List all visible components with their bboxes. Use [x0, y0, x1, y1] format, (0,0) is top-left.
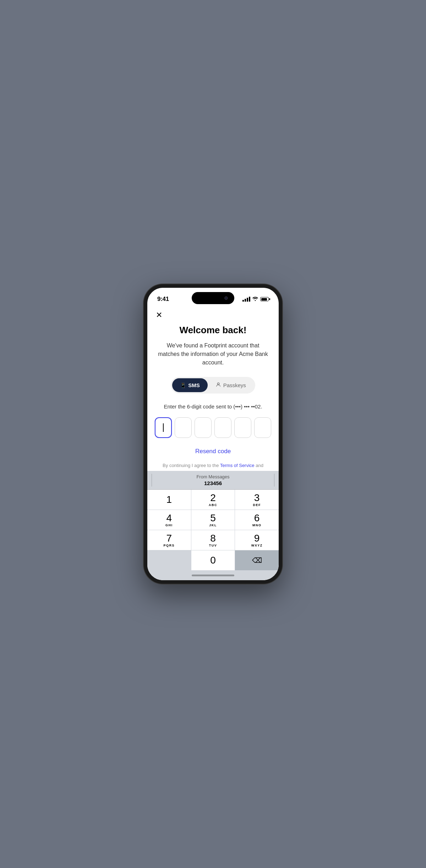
key-0-main: 0	[210, 555, 216, 565]
welcome-subtitle: We've found a Footprint account that mat…	[156, 341, 270, 367]
key-empty	[147, 550, 191, 570]
camera-dot	[224, 296, 228, 300]
svg-point-0	[217, 383, 219, 385]
key-1[interactable]: 1	[147, 490, 191, 510]
wifi-icon	[252, 296, 258, 302]
dynamic-island	[192, 292, 234, 304]
otp-cursor	[163, 423, 164, 432]
key-8-main: 8	[210, 533, 216, 543]
key-2-main: 2	[210, 493, 216, 503]
otp-box-2[interactable]	[195, 417, 212, 438]
key-5-sub: JKL	[209, 523, 217, 527]
passkeys-tab[interactable]: Passkeys	[208, 378, 254, 392]
autofill-code: 123456	[204, 480, 222, 486]
key-7-main: 7	[166, 533, 172, 543]
close-icon: ✕	[156, 311, 162, 319]
autofill-from-label: From Messages	[196, 474, 229, 479]
main-content: Welcome back! We've found a Footprint ac…	[147, 322, 279, 471]
terms-text-before: By continuing I agree to the	[163, 463, 220, 468]
otp-box-0[interactable]	[155, 417, 172, 438]
key-2[interactable]: 2 ABC	[191, 490, 235, 510]
home-indicator	[147, 570, 279, 580]
key-6[interactable]: 6 MNO	[235, 510, 279, 530]
welcome-title: Welcome back!	[180, 325, 247, 336]
otp-box-5[interactable]	[254, 417, 271, 438]
key-7-sub: PQRS	[164, 544, 175, 547]
key-8-sub: TUV	[209, 544, 217, 547]
autofill-suggestion[interactable]: From Messages 123456	[196, 474, 229, 486]
otp-box-3[interactable]	[214, 417, 231, 438]
key-6-main: 6	[254, 513, 260, 523]
key-4-sub: GHI	[165, 523, 173, 527]
status-time: 9:41	[157, 296, 169, 303]
otp-box-1[interactable]	[175, 417, 192, 438]
key-3-main: 3	[254, 493, 260, 503]
key-9-main: 9	[254, 533, 260, 543]
key-9[interactable]: 9 WXYZ	[235, 530, 279, 550]
key-3[interactable]: 3 DEF	[235, 490, 279, 510]
key-4-main: 4	[166, 513, 172, 523]
key-0[interactable]: 0	[191, 550, 235, 570]
key-1-main: 1	[166, 495, 172, 505]
keyboard-area: From Messages 123456 1 2 ABC	[147, 471, 279, 580]
status-bar: 9:41	[147, 288, 279, 306]
key-3-sub: DEF	[253, 503, 261, 507]
passkeys-tab-label: Passkeys	[223, 382, 246, 388]
autofill-divider-left	[152, 474, 152, 487]
key-7[interactable]: 7 PQRS	[147, 530, 191, 550]
close-button[interactable]: ✕	[147, 306, 171, 322]
code-instruction: Enter the 6-digit code sent to (•••) •••…	[164, 403, 262, 410]
phone-frame: 9:41	[144, 284, 282, 584]
battery-icon	[260, 297, 269, 301]
resend-code-button[interactable]: Resend code	[195, 448, 231, 455]
status-icons	[242, 296, 269, 302]
key-6-sub: MNO	[252, 523, 262, 527]
key-9-sub: WXYZ	[251, 544, 263, 547]
otp-box-4[interactable]	[234, 417, 251, 438]
otp-container[interactable]	[155, 417, 271, 438]
sms-tab[interactable]: 📱 SMS	[172, 378, 208, 392]
key-5-main: 5	[210, 513, 216, 523]
key-delete[interactable]: ⌫	[235, 550, 279, 570]
key-2-sub: ABC	[209, 503, 217, 507]
terms-text-after: and	[255, 463, 263, 468]
passkey-icon	[215, 382, 221, 389]
phone-icon: 📱	[180, 383, 186, 388]
screen: 9:41	[147, 288, 279, 580]
home-bar	[192, 575, 234, 576]
app-content: ✕ Welcome back! We've found a Footprint …	[147, 306, 279, 580]
resend-code-label: Resend code	[195, 448, 231, 455]
signal-icon	[242, 297, 250, 302]
key-5[interactable]: 5 JKL	[191, 510, 235, 530]
auth-toggle: 📱 SMS Passkeys	[171, 377, 255, 394]
delete-icon: ⌫	[252, 556, 262, 565]
terms-text: By continuing I agree to the Terms of Se…	[159, 462, 267, 469]
key-8[interactable]: 8 TUV	[191, 530, 235, 550]
key-4[interactable]: 4 GHI	[147, 510, 191, 530]
autofill-divider-right	[274, 474, 274, 487]
sms-tab-label: SMS	[188, 382, 200, 388]
autofill-bar: From Messages 123456	[147, 471, 279, 490]
keypad: 1 2 ABC 3 DEF 4 GHI	[147, 490, 279, 570]
terms-of-service-link[interactable]: Terms of Service	[220, 463, 255, 468]
